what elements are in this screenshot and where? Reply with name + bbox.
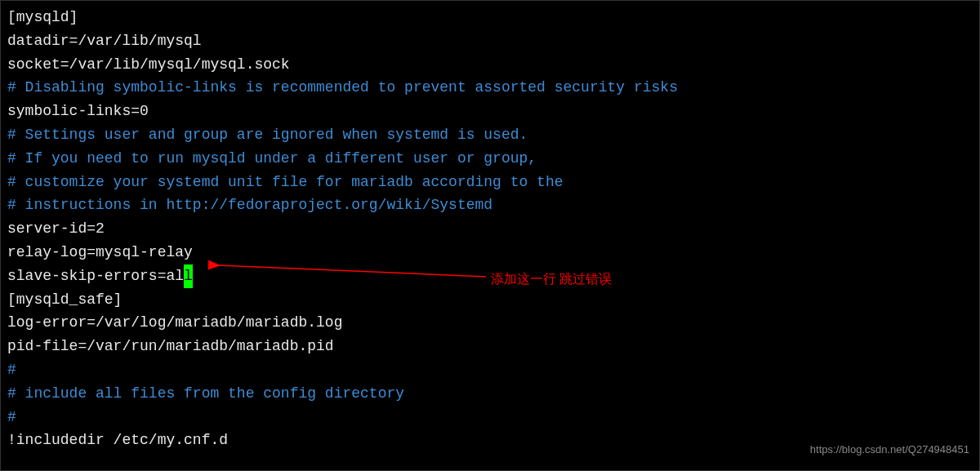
- config-server-id: server-id=2: [7, 217, 973, 241]
- config-comment-symbolic: # Disabling symbolic-links is recommende…: [7, 76, 973, 100]
- config-section-mysqld: [mysqld]: [7, 6, 973, 29]
- config-comment-settings: # Settings user and group are ignored wh…: [7, 123, 973, 147]
- terminal-content: [mysqld] datadir=/var/lib/mysql socket=/…: [7, 6, 973, 452]
- config-slave-skip-errors: slave-skip-errors=all: [7, 264, 973, 288]
- config-comment-instructions: # instructions in http://fedoraproject.o…: [7, 193, 973, 217]
- config-hash1: #: [7, 358, 973, 382]
- config-hash2: #: [7, 406, 973, 429]
- slave-skip-text: slave-skip-errors=al: [7, 268, 184, 284]
- watermark: https://blog.csdn.net/Q274948451: [810, 442, 969, 459]
- config-symbolic-links: symbolic-links=0: [7, 100, 973, 123]
- terminal-cursor: l: [184, 264, 193, 288]
- config-socket: socket=/var/lib/mysql/mysql.sock: [7, 53, 973, 77]
- config-pid-file: pid-file=/var/run/mariadb/mariadb.pid: [7, 335, 973, 358]
- config-comment-customize: # customize your systemd unit file for m…: [7, 171, 973, 194]
- config-datadir: datadir=/var/lib/mysql: [7, 29, 973, 53]
- annotation-text: 添加这一行 跳过错误: [491, 269, 612, 290]
- config-comment-include: # include all files from the config dire…: [7, 382, 973, 406]
- config-relay-log: relay-log=mysql-relay: [7, 241, 973, 264]
- config-section-mysqld-safe: [mysqld_safe]: [7, 288, 973, 312]
- config-log-error: log-error=/var/log/mariadb/mariadb.log: [7, 311, 973, 335]
- config-comment-ifyou: # If you need to run mysqld under a diff…: [7, 147, 973, 171]
